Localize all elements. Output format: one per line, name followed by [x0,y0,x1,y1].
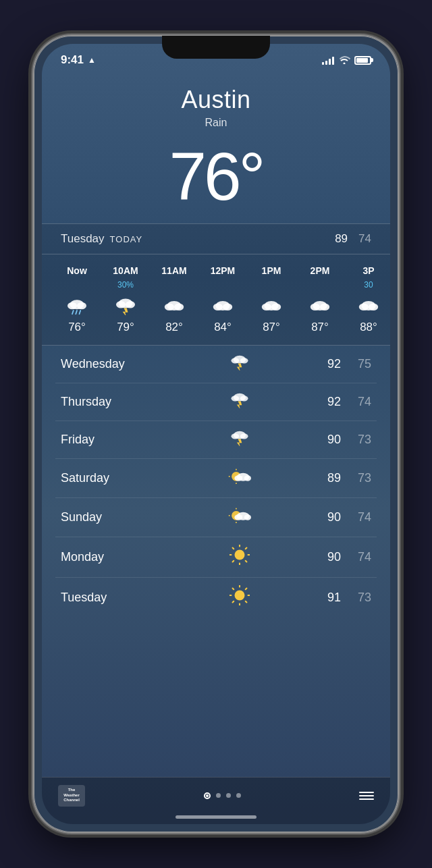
svg-marker-28 [237,364,242,371]
hour-item-2pm: 2PM 87° [296,263,344,337]
svg-point-26 [232,358,240,363]
page-dot-2[interactable] [216,793,221,798]
day-low: 74 [341,510,371,524]
svg-point-52 [244,514,251,520]
hour-item-3pm: 3P 30 88° [344,263,390,337]
day-high: 92 [310,395,341,409]
cloud-thunder-icon [115,295,136,317]
hour-temp: 82° [165,321,183,334]
menu-line-1 [359,792,374,793]
day-name: Thursday [61,395,169,409]
day-row-thursday: Thursday 92 74 [55,383,377,421]
day-row-friday: Friday 90 73 [55,421,377,459]
day-low: 73 [341,433,371,447]
hour-temp: 76° [68,321,86,334]
svg-line-69 [246,589,247,590]
svg-point-53 [235,550,245,560]
battery-icon [354,56,371,65]
hourly-scroll[interactable]: Now 76° [42,260,390,340]
day-high: 92 [310,357,341,371]
notch [162,36,270,59]
svg-marker-36 [237,439,242,447]
hour-temp: 84° [214,321,232,334]
phone-body: 9:41 ▲ [34,36,398,832]
hour-temp: 87° [263,321,280,334]
day-low: 75 [341,357,371,371]
svg-point-34 [232,433,240,439]
page-dots [204,792,241,799]
hour-item-12pm: 12PM 84° [198,263,247,337]
signal-bar-4 [332,57,334,65]
svg-point-11 [165,303,174,310]
menu-icon[interactable] [359,792,374,800]
hour-label: 3P [362,265,374,276]
svg-point-21 [320,303,329,310]
partly-cloudy-icon [169,466,310,490]
svg-marker-9 [123,308,128,316]
day-high: 90 [310,510,341,524]
hour-temp: 87° [311,321,329,334]
svg-line-58 [233,548,234,549]
svg-line-70 [233,601,234,603]
cloud-icon [309,295,331,317]
day-low: 73 [341,471,371,485]
weekly-section: Wednesday 92 75 Thursday [42,346,390,618]
cloud-rain-icon [66,295,88,317]
hour-item-11am: 11AM 82° [150,263,198,337]
hour-label: 2PM [310,265,330,276]
menu-line-2 [359,795,374,796]
cloud-thunder-icon [169,429,310,451]
today-row: Tuesday TODAY 89 74 [42,223,390,254]
cloud-icon [163,295,185,317]
today-high: 89 [335,232,348,246]
svg-point-30 [232,396,240,401]
hourly-section[interactable]: Now 76° [42,254,390,346]
location-dot-active [204,792,211,799]
day-row-sunday: Sunday 90 74 [55,498,377,537]
svg-point-35 [240,433,248,439]
svg-point-7 [116,301,126,308]
svg-point-8 [126,301,135,308]
svg-point-20 [310,303,320,310]
day-row-wednesday: Wednesday 92 75 [55,346,377,383]
today-temps: 89 74 [335,232,371,246]
hour-label: 1PM [262,265,281,276]
today-low: 74 [358,232,371,246]
menu-line-3 [359,798,374,800]
today-label: TODAY [110,234,143,244]
day-row-tuesday: Tuesday [55,578,377,618]
sun-icon [169,545,310,570]
cloud-icon [358,295,379,317]
svg-line-5 [80,310,81,314]
day-low: 73 [341,591,371,605]
svg-point-31 [240,396,248,401]
day-low: 74 [341,395,371,409]
svg-point-44 [244,475,251,481]
cloud-thunder-icon [169,353,310,375]
page-dot-3[interactable] [226,793,231,798]
svg-marker-32 [237,402,242,409]
day-name: Saturday [61,471,169,485]
today-day: Tuesday [61,232,105,246]
day-high: 90 [310,433,341,447]
day-high: 89 [310,471,341,485]
screen: 9:41 ▲ [42,44,390,824]
svg-line-4 [76,310,77,314]
status-icons [322,55,371,66]
city-section: Austin Rain [42,72,390,136]
svg-line-67 [233,589,234,590]
page-dot-4[interactable] [236,793,241,798]
svg-point-17 [262,303,271,310]
day-low: 74 [341,550,371,564]
signal-bar-3 [329,59,331,65]
svg-point-23 [359,303,369,310]
hour-item-now: Now 76° [53,263,101,337]
svg-point-2 [77,302,86,310]
status-time: 9:41 ▲ [61,53,96,67]
svg-point-14 [213,303,223,310]
hour-label: 10AM [113,265,138,276]
svg-line-60 [246,548,247,549]
svg-point-1 [68,302,77,310]
day-name: Monday [61,550,169,564]
hour-label: 11AM [161,265,186,276]
